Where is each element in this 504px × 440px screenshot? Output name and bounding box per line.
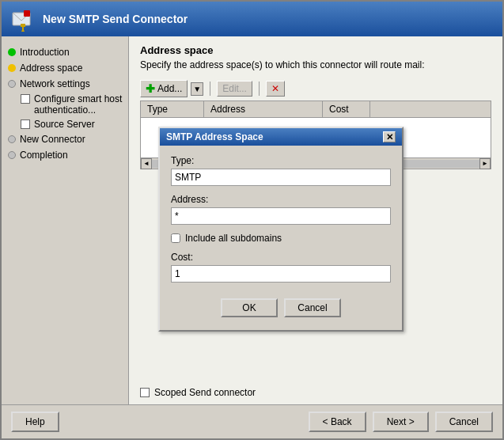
cost-input[interactable]	[171, 265, 391, 283]
dialog-cancel-button[interactable]: Cancel	[284, 298, 341, 317]
table-header: Type Address Cost	[141, 101, 491, 118]
dot-new-connector	[8, 135, 16, 143]
sidebar-item-introduction[interactable]: Introduction	[2, 44, 128, 60]
toolbar-separator	[210, 82, 210, 96]
add-button[interactable]: ✚ Add...	[140, 80, 188, 97]
dot-network-settings	[8, 80, 16, 88]
sidebar-label-completion: Completion	[20, 150, 68, 161]
sidebar-item-network-settings[interactable]: Network settings	[2, 76, 128, 92]
dot-completion	[8, 151, 16, 159]
add-dropdown[interactable]: ▼	[191, 82, 203, 96]
dialog-title-bar: SMTP Address Space ✕	[160, 128, 402, 146]
window-title: New SMTP Send Connector	[43, 13, 188, 25]
edit-label: Edit...	[222, 83, 247, 94]
checkbox-source-server	[21, 119, 30, 129]
col-address: Address	[204, 101, 323, 117]
edit-button[interactable]: Edit...	[217, 81, 252, 97]
dot-introduction	[8, 48, 16, 56]
col-cost: Cost	[323, 101, 370, 117]
toolbar-separator-2	[259, 82, 260, 96]
scoped-checkbox[interactable]	[140, 388, 150, 397]
svg-point-3	[21, 30, 25, 32]
dot-address-space	[8, 64, 16, 72]
scoped-label: Scoped Send connector	[154, 387, 256, 398]
sidebar: Introduction Address space Network setti…	[2, 36, 128, 404]
cost-label: Cost:	[171, 252, 391, 263]
window-icon	[9, 6, 35, 32]
scroll-right[interactable]: ►	[479, 158, 491, 169]
cancel-button[interactable]: Cancel	[435, 412, 493, 432]
sidebar-item-source-server[interactable]: Source Server	[17, 117, 128, 131]
ok-button[interactable]: OK	[221, 298, 278, 317]
sidebar-label-introduction: Introduction	[20, 47, 70, 58]
dialog-title: SMTP Address Space	[166, 131, 263, 142]
sidebar-item-completion[interactable]: Completion	[2, 147, 128, 163]
sidebar-label-new-connector: New Connector	[20, 134, 85, 145]
label-smart-host: Configure smart host authenticatio...	[34, 93, 125, 116]
add-icon: ✚	[146, 82, 155, 95]
smtp-address-space-dialog: SMTP Address Space ✕ Type: Address: Incl…	[158, 127, 404, 332]
help-button[interactable]: Help	[11, 412, 59, 432]
dialog-buttons: OK Cancel	[171, 298, 391, 321]
sidebar-label-network-settings: Network settings	[20, 78, 90, 89]
add-label: Add...	[157, 83, 182, 94]
svg-rect-4	[24, 10, 30, 17]
sidebar-item-smart-host[interactable]: Configure smart host authenticatio...	[17, 92, 128, 117]
col-type: Type	[141, 101, 204, 117]
address-input[interactable]	[171, 207, 391, 225]
subdomains-checkbox[interactable]	[171, 233, 180, 243]
label-source-server: Source Server	[34, 119, 95, 130]
scoped-row: Scoped Send connector	[129, 381, 502, 404]
type-label: Type:	[171, 155, 391, 166]
sidebar-item-new-connector[interactable]: New Connector	[2, 131, 128, 147]
next-button[interactable]: Next >	[373, 412, 429, 432]
checkbox-smart-host	[21, 94, 30, 104]
delete-button[interactable]: ✕	[266, 81, 285, 97]
title-bar: New SMTP Send Connector	[2, 2, 502, 36]
section-desc: Specify the address space(s) to which th…	[129, 59, 502, 77]
sidebar-sub-items: Configure smart host authenticatio... So…	[2, 92, 128, 131]
dialog-body: Type: Address: Include all subdomains Co…	[160, 146, 402, 330]
bottom-bar: Help < Back Next > Cancel	[2, 404, 502, 438]
sidebar-item-address-space[interactable]: Address space	[2, 60, 128, 76]
back-button[interactable]: < Back	[309, 412, 366, 432]
address-label: Address:	[171, 194, 391, 205]
dialog-close-button[interactable]: ✕	[383, 131, 396, 142]
type-input[interactable]	[171, 169, 391, 186]
section-title: Address space	[129, 36, 502, 59]
delete-icon: ✕	[271, 83, 279, 94]
scroll-left[interactable]: ◄	[141, 158, 152, 169]
toolbar: ✚ Add... ▼ Edit... ✕	[129, 77, 502, 101]
sidebar-label-address-space: Address space	[20, 63, 82, 74]
subdomains-label: Include all subdomains	[185, 233, 282, 244]
subdomains-row: Include all subdomains	[171, 233, 391, 244]
